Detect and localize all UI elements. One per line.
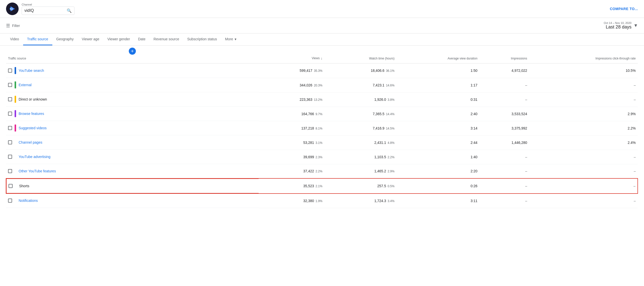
color-bar [15, 197, 16, 204]
views-cell: 35,5232.1% [259, 178, 324, 194]
impressions-cell: – [479, 78, 529, 92]
color-bar [15, 67, 16, 74]
table-row: Channel pages 53,2813.1%2,431.14.8%2:441… [6, 135, 638, 150]
source-cell-browse-features: Browse features [6, 107, 259, 121]
source-name-link[interactable]: Notifications [19, 199, 38, 203]
watch-time-cell: 1,724.33.4% [325, 194, 397, 208]
filter-label: Filter [12, 24, 20, 28]
source-name-link[interactable]: YouTube search [19, 69, 44, 73]
avg-view-cell: 3:14 [396, 121, 479, 135]
table-row: External 344,02620.3%7,423.114.6%1:17–– [6, 78, 638, 92]
color-bar [15, 124, 16, 132]
row-checkbox[interactable] [8, 155, 12, 159]
tab-subscription-status[interactable]: Subscription status [183, 34, 221, 45]
row-checkbox[interactable] [8, 83, 12, 87]
tab-geography[interactable]: Geography [52, 34, 78, 45]
impressions-cell: 3,533,524 [479, 107, 529, 121]
row-checkbox[interactable] [8, 199, 12, 203]
impressions-cell: 3,375,992 [479, 121, 529, 135]
color-bar [15, 153, 16, 160]
date-range-label: Oct 14 – Nov 10, 2020 [604, 21, 631, 24]
source-name-link[interactable]: External [19, 83, 31, 87]
col-header-source: + Traffic source [6, 46, 259, 63]
date-range-wrapper[interactable]: Oct 14 – Nov 10, 2020 Last 28 days ▼ [604, 21, 638, 30]
views-cell: 137,2188.1% [259, 121, 324, 135]
source-name-plain: Shorts [19, 184, 29, 188]
ctr-cell: – [529, 92, 638, 107]
views-cell: 223,36313.2% [259, 92, 324, 107]
search-input[interactable] [24, 8, 65, 13]
row-checkbox[interactable] [8, 69, 12, 73]
source-cell-youtube-advertising: YouTube advertising [6, 150, 259, 164]
filter-left[interactable]: ☰ Filter [6, 23, 20, 28]
source-name-link[interactable]: Browse features [19, 112, 44, 116]
logo[interactable]: IQ [6, 3, 19, 15]
avg-view-cell: 3:11 [396, 194, 479, 208]
ctr-cell: 10.5% [529, 63, 638, 78]
source-name-link[interactable]: Suggested videos [19, 126, 47, 130]
source-cell-direct-unknown: Direct or unknown [6, 92, 259, 107]
watch-time-cell: 1,926.03.8% [325, 92, 397, 107]
row-checkbox[interactable] [8, 97, 12, 101]
watch-time-cell: 2,431.14.8% [325, 135, 397, 150]
row-checkbox[interactable] [8, 140, 12, 144]
watch-time-cell: 7,423.114.6% [325, 78, 397, 92]
tab-revenue-source[interactable]: Revenue source [149, 34, 183, 45]
channel-info: Channel 🔍 [22, 3, 74, 15]
row-checkbox[interactable] [8, 169, 12, 173]
tab-traffic-source[interactable]: Traffic source [23, 34, 52, 45]
source-name-link[interactable]: Other YouTube features [19, 169, 56, 173]
traffic-source-table: + Traffic source Views ↓ Watch time (hou… [6, 46, 638, 208]
impressions-cell: 1,446,280 [479, 135, 529, 150]
date-range: Oct 14 – Nov 10, 2020 Last 28 days [604, 21, 631, 30]
source-cell-shorts: Shorts [6, 178, 259, 194]
row-checkbox[interactable] [8, 112, 12, 116]
tab-more[interactable]: More ▼ [221, 34, 241, 45]
col-header-ctr: Impressions click-through rate [529, 46, 638, 63]
source-name-link[interactable]: YouTube advertising [19, 155, 51, 159]
views-cell: 344,02620.3% [259, 78, 324, 92]
watch-time-cell: 7,416.914.5% [325, 121, 397, 135]
views-cell: 53,2813.1% [259, 135, 324, 150]
color-bar [15, 96, 16, 103]
source-cell-notifications: Notifications [6, 194, 259, 208]
table-row: Browse features 164,7669.7%7,365.514.4%2… [6, 107, 638, 121]
ctr-cell: – [529, 78, 638, 92]
source-cell-suggested-videos: Suggested videos [6, 121, 259, 135]
impressions-cell: – [479, 164, 529, 178]
avg-view-cell: 1:17 [396, 78, 479, 92]
tab-viewer-age[interactable]: Viewer age [78, 34, 103, 45]
source-name-link[interactable]: Channel pages [19, 140, 42, 144]
color-bar [15, 182, 17, 189]
col-header-avg-view: Average view duration [396, 46, 479, 63]
ctr-cell: 2.2% [529, 121, 638, 135]
header: IQ Channel 🔍 COMPARE TO... [0, 0, 644, 18]
date-dropdown-arrow[interactable]: ▼ [633, 23, 638, 28]
sort-arrow-icon[interactable]: ↓ [321, 56, 323, 60]
col-header-watch-time: Watch time (hours) [325, 46, 397, 63]
search-icon[interactable]: 🔍 [67, 8, 72, 13]
add-column-button[interactable]: + [129, 48, 136, 55]
compare-to-button[interactable]: COMPARE TO... [610, 7, 638, 11]
col-header-views: Views ↓ [259, 46, 324, 63]
views-cell: 164,7669.7% [259, 107, 324, 121]
col-header-impressions: Impressions [479, 46, 529, 63]
filter-bar: ☰ Filter Oct 14 – Nov 10, 2020 Last 28 d… [0, 18, 644, 34]
tab-viewer-gender[interactable]: Viewer gender [103, 34, 134, 45]
impressions-cell: – [479, 150, 529, 164]
row-checkbox[interactable] [8, 126, 12, 130]
impressions-cell: – [479, 194, 529, 208]
tab-video[interactable]: Video [6, 34, 23, 45]
tab-date[interactable]: Date [134, 34, 150, 45]
impressions-cell: – [479, 92, 529, 107]
table-row: YouTube search 599,41735.3%18,406.636.1%… [6, 63, 638, 78]
channel-label: Channel [22, 3, 74, 6]
row-checkbox[interactable] [9, 184, 13, 188]
avg-view-cell: 1:40 [396, 150, 479, 164]
ctr-cell: – [529, 178, 638, 194]
watch-time-cell: 257.50.5% [325, 178, 397, 194]
ctr-cell: – [529, 150, 638, 164]
watch-time-cell: 7,365.514.4% [325, 107, 397, 121]
search-box[interactable]: 🔍 [22, 7, 74, 15]
chevron-down-icon: ▼ [234, 38, 237, 41]
